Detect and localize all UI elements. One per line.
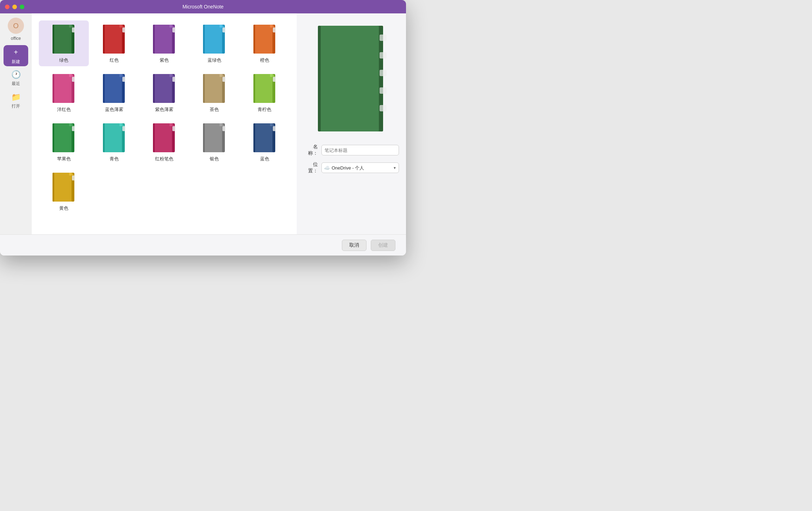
plus-icon: + — [11, 47, 21, 57]
svg-rect-12 — [203, 25, 224, 54]
window-title: Microsoft OneNote — [183, 4, 224, 10]
svg-rect-18 — [273, 27, 276, 32]
svg-rect-72 — [318, 26, 321, 131]
notebook-icon-crimson — [150, 122, 178, 154]
sidebar-item-recent[interactable]: 🕐 最近 — [4, 68, 28, 89]
notebook-icon-cyan — [100, 122, 128, 154]
svg-rect-46 — [122, 126, 125, 131]
svg-rect-31 — [153, 74, 155, 103]
svg-rect-47 — [103, 123, 105, 152]
svg-rect-40 — [53, 123, 74, 152]
svg-rect-54 — [222, 126, 226, 131]
svg-rect-35 — [203, 74, 205, 103]
color-item-tan[interactable]: 茶色 — [189, 70, 239, 116]
svg-rect-69 — [380, 70, 387, 76]
color-label-yellow: 黄色 — [59, 205, 68, 211]
sidebar-item-open[interactable]: 📁 打开 — [4, 90, 28, 111]
notebook-icon-teal — [200, 23, 228, 55]
color-grid: 绿色 红色 — [39, 20, 290, 214]
svg-rect-62 — [72, 176, 75, 180]
svg-rect-27 — [103, 74, 105, 103]
color-item-silver[interactable]: 银色 — [189, 119, 239, 165]
svg-rect-14 — [222, 27, 226, 32]
svg-rect-44 — [103, 123, 124, 152]
notebook-icon-green — [50, 23, 78, 55]
svg-rect-68 — [380, 52, 387, 59]
location-select[interactable]: OneDrive - 个人本地计算机 — [321, 162, 399, 173]
color-label-magenta: 洋红色 — [57, 106, 71, 113]
color-label-blue-mist: 蓝色薄雾 — [105, 106, 123, 113]
svg-rect-24 — [103, 74, 124, 103]
main-content: O office + 新建 🕐 最近 📁 打开 — [0, 13, 406, 234]
location-label: 位置： — [304, 161, 318, 174]
color-item-yellow[interactable]: 黄色 — [39, 168, 89, 214]
color-label-crimson: 红粉笔色 — [155, 156, 173, 162]
sidebar-item-open-label: 打开 — [12, 103, 20, 109]
color-label-navy: 蓝色 — [260, 156, 269, 162]
svg-rect-65 — [379, 26, 383, 131]
name-row: 名称： — [304, 144, 399, 156]
svg-rect-56 — [253, 123, 275, 152]
notebook-icon-navy — [251, 122, 279, 154]
user-name: office — [11, 36, 21, 41]
svg-rect-39 — [253, 74, 255, 103]
color-item-purple-mist[interactable]: 紫色薄雾 — [139, 70, 189, 116]
svg-rect-32 — [203, 74, 224, 103]
svg-rect-28 — [153, 74, 174, 103]
color-item-orange[interactable]: 橙色 — [240, 20, 290, 66]
color-label-green: 绿色 — [59, 57, 68, 63]
color-item-blue-mist[interactable]: 蓝色薄雾 — [89, 70, 139, 116]
notebook-icon-yellow — [50, 171, 78, 203]
svg-rect-30 — [172, 77, 176, 82]
name-label: 名称： — [304, 144, 318, 156]
sidebar-item-new-label: 新建 — [12, 59, 20, 65]
svg-rect-34 — [222, 77, 226, 82]
svg-rect-15 — [203, 25, 205, 54]
color-item-purple[interactable]: 紫色 — [139, 20, 189, 66]
cancel-button[interactable]: 取消 — [342, 240, 367, 251]
color-item-magenta[interactable]: 洋红色 — [39, 70, 89, 116]
svg-rect-63 — [53, 173, 54, 202]
location-row: 位置： ☁️ OneDrive - 个人本地计算机 ▼ — [304, 161, 399, 174]
svg-rect-8 — [153, 25, 174, 54]
notebook-preview — [313, 24, 390, 133]
color-item-apple[interactable]: 苹果色 — [39, 119, 89, 165]
svg-rect-23 — [53, 74, 54, 103]
notebook-icon-lime — [251, 73, 279, 104]
svg-rect-6 — [122, 27, 125, 32]
close-button[interactable] — [5, 5, 10, 9]
svg-rect-59 — [253, 123, 255, 152]
color-item-red[interactable]: 红色 — [89, 20, 139, 66]
notebook-icon-silver — [200, 122, 228, 154]
name-input[interactable] — [321, 145, 399, 155]
svg-rect-42 — [72, 126, 75, 131]
color-item-green[interactable]: 绿色 — [39, 20, 89, 66]
notebook-icon-tan — [200, 73, 228, 104]
svg-rect-60 — [53, 173, 74, 202]
svg-rect-16 — [253, 25, 275, 54]
svg-rect-26 — [122, 77, 125, 82]
minimize-button[interactable] — [12, 5, 17, 9]
svg-rect-10 — [172, 27, 176, 32]
color-label-purple: 紫色 — [160, 57, 169, 63]
create-button[interactable]: 创建 — [371, 240, 395, 251]
notebook-icon-red — [100, 23, 128, 55]
color-item-lime[interactable]: 青柠色 — [240, 70, 290, 116]
sidebar-item-new[interactable]: + 新建 — [4, 45, 28, 66]
color-label-red: 红色 — [110, 57, 119, 63]
color-item-cyan[interactable]: 青色 — [89, 119, 139, 165]
cloud-icon: ☁️ — [324, 165, 330, 171]
svg-rect-11 — [153, 25, 155, 54]
location-select-wrapper: ☁️ OneDrive - 个人本地计算机 ▼ — [321, 162, 399, 173]
sidebar: O office + 新建 🕐 最近 📁 打开 — [0, 13, 32, 234]
maximize-button[interactable] — [20, 5, 24, 9]
notebook-icon-magenta — [50, 73, 78, 104]
color-label-apple: 苹果色 — [57, 156, 71, 162]
color-label-lime: 青柠色 — [258, 106, 271, 113]
color-item-crimson[interactable]: 红粉笔色 — [139, 119, 189, 165]
svg-rect-19 — [253, 25, 255, 54]
color-item-navy[interactable]: 蓝色 — [240, 119, 290, 165]
color-item-teal[interactable]: 蓝绿色 — [189, 20, 239, 66]
color-label-orange: 橙色 — [260, 57, 269, 63]
svg-rect-58 — [273, 126, 276, 131]
